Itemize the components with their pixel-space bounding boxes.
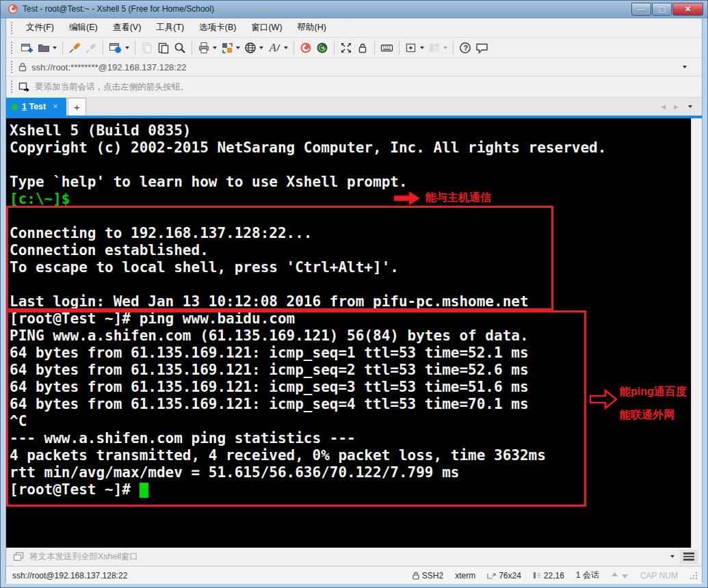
ssh-lock-icon bbox=[412, 572, 419, 580]
web-caret-icon[interactable] bbox=[259, 46, 263, 49]
menu-item-1[interactable]: 编辑(E) bbox=[62, 18, 105, 37]
terminal-line: Copyright (c) 2002-2015 NetSarang Comput… bbox=[10, 139, 687, 157]
status-session-count: 1 会话 bbox=[576, 570, 599, 581]
status-terminal-type: xterm bbox=[455, 571, 475, 580]
annotation-ping-text-line1: 能ping通百度， bbox=[620, 385, 698, 399]
title-bar[interactable]: Test - root@Test:~ - Xshell 5 (Free for … bbox=[1, 1, 707, 18]
fullscreen-icon[interactable] bbox=[338, 40, 354, 55]
transfer-caret-icon[interactable] bbox=[236, 46, 240, 49]
open-session-icon[interactable] bbox=[36, 40, 59, 55]
tab-label: 1 Test bbox=[22, 102, 46, 111]
tab-list-caret-icon[interactable] bbox=[688, 105, 692, 108]
terminal-line: Type `help' to learn how to use Xshell p… bbox=[10, 174, 687, 191]
window-resize-grip[interactable] bbox=[690, 572, 698, 580]
send-all-windows-icon bbox=[13, 552, 25, 562]
tab-scroll-left-icon[interactable]: ◄ bbox=[657, 103, 670, 111]
annotation-box-connection bbox=[6, 206, 553, 310]
cursor-position-icon bbox=[533, 572, 541, 579]
paste-icon[interactable] bbox=[155, 40, 172, 55]
connect-icon[interactable] bbox=[66, 40, 83, 55]
terminal-screen[interactable]: Xshell 5 (Build 0835)Copyright (c) 2002-… bbox=[6, 118, 702, 548]
menu-item-4[interactable]: 选项卡(B) bbox=[192, 18, 244, 37]
new-window-icon[interactable] bbox=[403, 40, 426, 55]
send-text-bar[interactable]: 将文本发送到全部Xshell窗口 bbox=[6, 548, 702, 566]
menu-item-0[interactable]: 文件(F) bbox=[18, 18, 62, 37]
new-window-caret-icon[interactable] bbox=[420, 46, 424, 49]
transfer-icon[interactable] bbox=[219, 40, 242, 55]
menubar-grip[interactable] bbox=[11, 22, 14, 34]
font-caret-icon[interactable] bbox=[284, 46, 288, 49]
xshell-app-icon bbox=[8, 3, 18, 14]
session-hint-text: 要添加当前会话，点击左侧的箭头按钮。 bbox=[35, 81, 189, 93]
close-button[interactable]: ✕ bbox=[672, 3, 703, 16]
maximize-button[interactable]: ▢ bbox=[652, 3, 672, 16]
tab-status-dot bbox=[12, 104, 18, 110]
send-text-placeholder[interactable]: 将文本发送到全部Xshell窗口 bbox=[29, 551, 668, 563]
address-bar[interactable]: ssh://root:********@192.168.137.128:22 bbox=[6, 58, 702, 77]
xshell-icon[interactable] bbox=[298, 40, 314, 55]
menu-item-2[interactable]: 查看(V) bbox=[105, 18, 149, 37]
tab-close-icon[interactable]: × bbox=[53, 102, 57, 111]
arrow-up-icon bbox=[611, 572, 618, 579]
status-protocol: SSH2 bbox=[412, 571, 443, 580]
annotation-arrow-host-icon bbox=[393, 191, 421, 206]
session-nav-arrows bbox=[611, 572, 629, 579]
svg-text:?: ? bbox=[463, 44, 468, 52]
address-lock-icon bbox=[18, 62, 27, 72]
new-session-icon[interactable] bbox=[18, 40, 36, 55]
address-value[interactable]: ssh://root:********@192.168.137.128:22 bbox=[31, 62, 680, 72]
terminal-line bbox=[10, 157, 687, 174]
tab-scroll-right-icon[interactable]: ► bbox=[670, 103, 683, 111]
annotation-ping-text-line2: 能联通外网 bbox=[620, 408, 674, 423]
properties-icon[interactable] bbox=[107, 40, 131, 55]
send-options-caret-icon[interactable] bbox=[670, 555, 674, 558]
disconnect-icon bbox=[83, 40, 99, 55]
print-icon[interactable] bbox=[196, 40, 219, 55]
tile-windows-caret-icon bbox=[443, 46, 447, 49]
annotation-host-text: 能与主机通信 bbox=[425, 191, 491, 205]
svg-text:A: A bbox=[269, 42, 276, 53]
tile-windows-icon bbox=[426, 40, 449, 55]
tab-bar: 1 Test × + ◄ ► bbox=[6, 98, 702, 116]
feedback-icon[interactable] bbox=[473, 40, 490, 55]
xshell-window: Test - root@Test:~ - Xshell 5 (Free for … bbox=[0, 0, 708, 588]
add-session-icon[interactable] bbox=[18, 81, 30, 92]
terminal-line: Xshell 5 (Build 0835) bbox=[10, 122, 687, 139]
menu-items: 文件(F)编辑(E)查看(V)工具(T)选项卡(B)窗口(W)帮助(H) bbox=[18, 18, 334, 37]
toolbar: A ? bbox=[6, 38, 702, 58]
tab-test[interactable]: 1 Test × bbox=[6, 98, 66, 116]
terminal-scrollbar[interactable] bbox=[691, 118, 702, 548]
status-bar: ssh://root@192.168.137.128:22 SSH2 xterm… bbox=[6, 566, 702, 584]
minimize-button[interactable]: — bbox=[631, 3, 651, 16]
new-tab-button[interactable]: + bbox=[68, 98, 86, 116]
xftp-icon[interactable] bbox=[314, 40, 330, 55]
status-address: ssh://root@192.168.137.128:22 bbox=[9, 571, 412, 580]
address-dropdown-caret-icon[interactable] bbox=[683, 66, 687, 68]
lock-screen-icon[interactable] bbox=[354, 40, 371, 55]
open-session-caret-icon[interactable] bbox=[53, 46, 57, 49]
menu-bar: 文件(F)编辑(E)查看(V)工具(T)选项卡(B)窗口(W)帮助(H) bbox=[6, 18, 702, 38]
font-icon[interactable]: A bbox=[265, 40, 290, 55]
web-icon[interactable] bbox=[242, 40, 265, 55]
menu-item-3[interactable]: 工具(T) bbox=[148, 18, 192, 37]
sessionbar-grip[interactable] bbox=[11, 81, 14, 93]
copy-icon bbox=[139, 40, 155, 55]
resize-icon bbox=[487, 572, 496, 579]
status-cursor-position: 22,16 bbox=[533, 571, 564, 580]
menu-item-5[interactable]: 窗口(W) bbox=[244, 18, 289, 37]
print-caret-icon[interactable] bbox=[213, 46, 217, 49]
addressbar-grip[interactable] bbox=[11, 61, 14, 73]
toolbar-grip[interactable] bbox=[11, 42, 14, 54]
arrow-down-icon bbox=[621, 572, 629, 579]
status-grid-size: 76x24 bbox=[487, 571, 521, 580]
virtual-keyboard-icon[interactable] bbox=[378, 40, 395, 55]
help-icon[interactable]: ? bbox=[457, 40, 473, 55]
session-bar: 要添加当前会话，点击左侧的箭头按钮。 bbox=[6, 77, 702, 98]
window-title: Test - root@Test:~ - Xshell 5 (Free for … bbox=[23, 4, 631, 14]
menu-item-6[interactable]: 帮助(H) bbox=[290, 18, 334, 37]
send-menu-button[interactable] bbox=[680, 550, 698, 564]
properties-caret-icon[interactable] bbox=[125, 46, 129, 49]
annotation-arrow-ping-icon bbox=[589, 389, 618, 410]
find-icon[interactable] bbox=[172, 40, 188, 55]
annotation-box-ping bbox=[6, 310, 586, 507]
